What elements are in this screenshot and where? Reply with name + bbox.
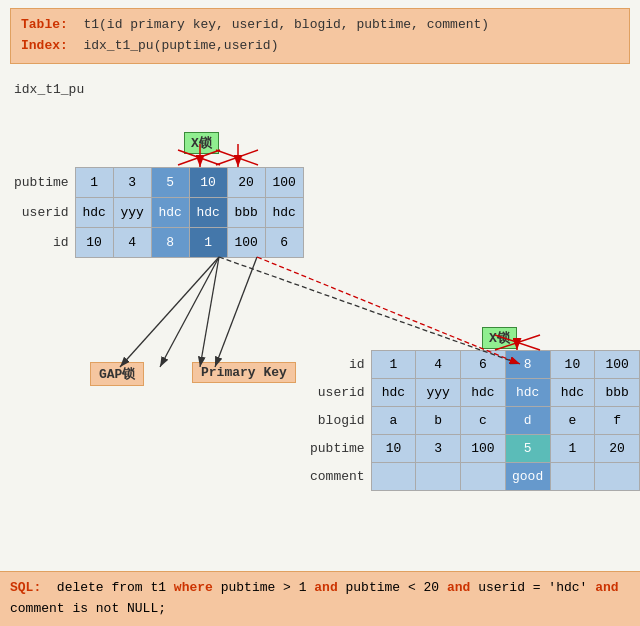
- idx-cell: 1: [75, 167, 113, 197]
- idx-cell: 20: [227, 167, 265, 197]
- x-lock-right: X锁: [482, 327, 517, 349]
- table-def: t1(id primary key, userid, blogid, pubti…: [83, 17, 489, 32]
- pk-table: id 1 4 6 8 10 100 userid hdc yyy hdc hdc…: [310, 350, 640, 491]
- svg-line-12: [215, 257, 257, 367]
- idx-userid-label: userid: [14, 197, 75, 227]
- svg-line-9: [120, 257, 219, 367]
- pk-cell: 1: [550, 434, 595, 462]
- sql-keyword: SQL:: [10, 580, 41, 595]
- pk-cell: 3: [416, 434, 461, 462]
- idx-cell-hi: hdc: [151, 197, 189, 227]
- pk-cell: 100: [595, 350, 640, 378]
- idx-cell: hdc: [265, 197, 303, 227]
- pk-userid-label: userid: [310, 378, 371, 406]
- svg-line-10: [160, 257, 219, 367]
- idx-cell: 10: [75, 227, 113, 257]
- pk-cell: [550, 462, 595, 490]
- idx-id-label: id: [14, 227, 75, 257]
- pk-cell: f: [595, 406, 640, 434]
- pk-cell: 100: [461, 434, 506, 462]
- sql-bar: SQL: delete from t1 where pubtime > 1 an…: [0, 571, 640, 626]
- pk-cell-hi: d: [505, 406, 550, 434]
- pk-cell-hi: good: [505, 462, 550, 490]
- pk-cell: [461, 462, 506, 490]
- idx-label: idx_t1_pu: [14, 82, 84, 97]
- pk-cell: yyy: [416, 378, 461, 406]
- pk-cell: 4: [416, 350, 461, 378]
- index-keyword: Index:: [21, 38, 68, 53]
- pk-cell: c: [461, 406, 506, 434]
- svg-line-14: [257, 257, 520, 364]
- pk-cell: e: [550, 406, 595, 434]
- idx-cell: hdc: [75, 197, 113, 227]
- pk-cell: 1: [371, 350, 416, 378]
- pk-cell: b: [416, 406, 461, 434]
- svg-line-13: [219, 257, 520, 364]
- gap-lock-label: GAP锁: [90, 362, 144, 386]
- pk-cell: [416, 462, 461, 490]
- pk-cell: [371, 462, 416, 490]
- svg-line-11: [200, 257, 219, 367]
- pk-cell: 6: [461, 350, 506, 378]
- pk-cell: hdc: [461, 378, 506, 406]
- pk-cell: bbb: [595, 378, 640, 406]
- x-lock-left: X锁: [184, 132, 219, 154]
- table-keyword: Table:: [21, 17, 68, 32]
- idx-cell: 3: [113, 167, 151, 197]
- pk-cell-hi: 8: [505, 350, 550, 378]
- pk-pubtime-label: pubtime: [310, 434, 371, 462]
- header-info: Table: t1(id primary key, userid, blogid…: [10, 8, 630, 64]
- pk-comment-label: comment: [310, 462, 371, 490]
- index-table: pubtime 1 3 5 10 20 100 userid hdc yyy h…: [14, 167, 304, 258]
- pk-cell-teal: 5: [505, 434, 550, 462]
- idx-pubtime-label: pubtime: [14, 167, 75, 197]
- idx-cell: 4: [113, 227, 151, 257]
- primary-key-label: Primary Key: [192, 362, 296, 383]
- idx-cell: 6: [265, 227, 303, 257]
- svg-line-8: [216, 150, 258, 165]
- idx-cell-dark: 10: [189, 167, 227, 197]
- idx-cell-hi: 5: [151, 167, 189, 197]
- pk-cell: hdc: [550, 378, 595, 406]
- pk-cell: a: [371, 406, 416, 434]
- pk-cell: 10: [371, 434, 416, 462]
- pk-id-label: id: [310, 350, 371, 378]
- pk-cell-hi: hdc: [505, 378, 550, 406]
- idx-cell-dark: 1: [189, 227, 227, 257]
- pk-blogid-label: blogid: [310, 406, 371, 434]
- idx-cell: 100: [227, 227, 265, 257]
- pk-cell: 10: [550, 350, 595, 378]
- idx-cell: 100: [265, 167, 303, 197]
- pk-cell: hdc: [371, 378, 416, 406]
- idx-cell: bbb: [227, 197, 265, 227]
- sql-text: delete from t1 where pubtime > 1 and pub…: [10, 580, 619, 616]
- idx-cell-hi: 8: [151, 227, 189, 257]
- idx-cell-dark: hdc: [189, 197, 227, 227]
- idx-cell: yyy: [113, 197, 151, 227]
- index-def: idx_t1_pu(puptime,userid): [83, 38, 278, 53]
- svg-line-7: [216, 150, 258, 165]
- pk-cell: 20: [595, 434, 640, 462]
- pk-cell: [595, 462, 640, 490]
- diagram-area: idx_t1_pu X锁 pubtime 1 3 5 10 20 100 use…: [0, 72, 640, 562]
